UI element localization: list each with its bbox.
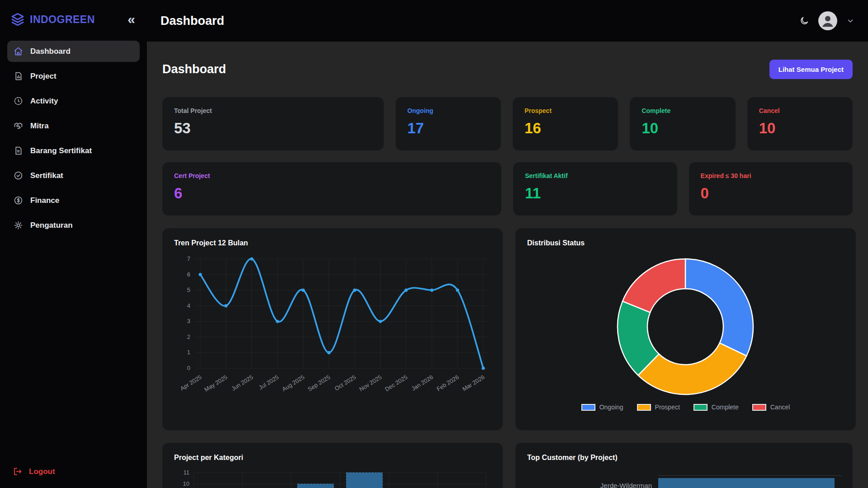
sidebar-menu: Dashboard Project Activity [0,41,147,455]
stat-value: 10 [642,120,723,137]
stat-card-cert-project: Cert Project 6 [162,162,501,216]
stat-card-prospect: Prospect 16 [513,97,618,150]
clock-icon [14,96,23,106]
sidebar-item-finance[interactable]: Finance [7,190,140,211]
svg-text:0: 0 [187,365,190,371]
legend-item-ongoing[interactable]: Ongoing [581,404,623,411]
main-panel: Dashboard [147,0,868,488]
sidebar-item-mitra[interactable]: Mitra [7,115,140,136]
svg-text:6: 6 [187,271,190,278]
stat-label: Cancel [759,107,841,114]
svg-text:Feb 2026: Feb 2026 [435,374,460,393]
account-menu-button[interactable] [846,17,854,25]
line-chart: 01234567Apr 2025May 2025Jun 2025Jul 2025… [173,252,492,418]
layers-logo-icon [10,12,25,27]
svg-text:Apr 2025: Apr 2025 [179,374,203,392]
chart-title: Tren Project 12 Bulan [174,239,492,247]
sidebar-item-pengaturan[interactable]: Pengaturan [7,215,140,236]
sidebar-item-label: Pengaturan [30,221,73,230]
stat-card-ongoing: Ongoing 17 [396,97,501,150]
sidebar-item-dashboard[interactable]: Dashboard [7,41,140,62]
svg-text:Jul 2025: Jul 2025 [258,374,280,391]
stat-label: Complete [642,107,723,114]
hbar-row: Jerde-Wilderman [526,475,842,488]
handshake-icon [14,121,23,131]
topbar-title: Dashboard [160,14,799,28]
bottom-charts-row: Project per Kategori 11109876543210 Top … [162,443,853,488]
svg-text:1: 1 [187,349,190,356]
sidebar-item-activity[interactable]: Activity [7,90,140,112]
legend-swatch [637,404,651,411]
stat-label: Total Project [174,107,372,114]
sidebar-item-project[interactable]: Project [7,66,140,87]
sidebar-item-label: Barang Sertifikat [30,146,92,155]
svg-text:7: 7 [187,255,190,262]
legend-item-complete[interactable]: Complete [693,404,739,411]
charts-row: Tren Project 12 Bulan 01234567Apr 2025Ma… [162,228,853,430]
app-window: INDOGREEN « Dashboard Project [0,0,868,488]
stat-value: 0 [701,185,841,202]
logout-button[interactable]: Logout [0,455,147,488]
svg-text:2: 2 [187,333,190,340]
svg-text:Dec 2025: Dec 2025 [384,374,409,393]
stat-card-sertifikat-aktif: Sertifikat Aktif 11 [513,162,677,216]
chart-card-distribusi-status: Distribusi Status Ongoing Prospect [515,228,856,430]
user-avatar[interactable] [818,11,837,30]
chart-title: Project per Kategori [174,454,492,462]
theme-toggle-button[interactable] [799,16,809,26]
legend-swatch [752,404,766,411]
sidebar-item-barang-sertifikat[interactable]: Barang Sertifikat [7,140,140,161]
svg-text:Mar 2026: Mar 2026 [461,374,486,393]
logout-label: Logout [29,467,55,476]
svg-text:10: 10 [183,480,189,487]
stats-row-1: Total Project 53 Ongoing 17 Prospect 16 … [162,97,853,150]
sidebar-item-label: Mitra [30,122,49,131]
sidebar-item-label: Finance [30,196,59,205]
legend-label: Ongoing [599,404,623,411]
svg-text:Jan 2026: Jan 2026 [410,374,434,392]
bar-chart: 11109876543210 [173,466,492,488]
svg-text:5: 5 [187,286,190,293]
moon-icon [799,16,809,26]
brand-row: INDOGREEN « [0,0,147,41]
svg-text:3: 3 [187,318,190,324]
brand-name: INDOGREEN [30,14,127,26]
sidebar-collapse-button[interactable]: « [127,13,135,26]
topbar: Dashboard [147,0,868,42]
hbar-category-label: Jerde-Wilderman [526,475,658,488]
legend-item-prospect[interactable]: Prospect [637,404,680,411]
legend-swatch [693,404,708,411]
chart-title: Distribusi Status [527,239,845,247]
chart-title: Top Customer (by Project) [527,454,842,462]
svg-text:May 2025: May 2025 [203,374,228,393]
svg-text:4: 4 [187,302,190,309]
stat-label: Prospect [524,107,606,114]
legend-item-cancel[interactable]: Cancel [752,404,790,411]
file-chart-icon [14,71,23,81]
stat-label: Cert Project [174,172,490,179]
stat-card-cancel: Cancel 10 [747,97,853,150]
page-title: Dashboard [162,62,769,76]
stat-label: Ongoing [407,107,489,114]
file-text-icon [14,146,23,155]
stat-label: Expired ≤ 30 hari [701,172,841,179]
dollar-circle-icon [14,196,23,205]
lihat-semua-project-button[interactable]: Lihat Semua Project [769,60,853,79]
sidebar: INDOGREEN « Dashboard Project [0,0,147,488]
home-icon [14,47,23,56]
chart-card-tren-project: Tren Project 12 Bulan 01234567Apr 2025Ma… [162,228,503,430]
stat-card-complete: Complete 10 [630,97,735,150]
svg-text:11: 11 [184,469,190,476]
gear-icon [14,221,23,230]
sidebar-item-sertifikat[interactable]: Sertifikat [7,165,140,186]
logout-icon [13,467,22,476]
svg-text:Aug 2025: Aug 2025 [281,374,306,393]
stat-value: 53 [174,120,372,137]
svg-text:Nov 2025: Nov 2025 [358,374,383,393]
svg-text:Sep 2025: Sep 2025 [307,374,331,393]
stats-row-2: Cert Project 6 Sertifikat Aktif 11 Expir… [162,162,853,216]
legend-label: Cancel [770,404,790,411]
sidebar-item-label: Sertifikat [30,171,63,180]
stat-card-total-project: Total Project 53 [162,97,384,150]
dashboard-content: Dashboard Lihat Semua Project Total Proj… [147,42,868,488]
